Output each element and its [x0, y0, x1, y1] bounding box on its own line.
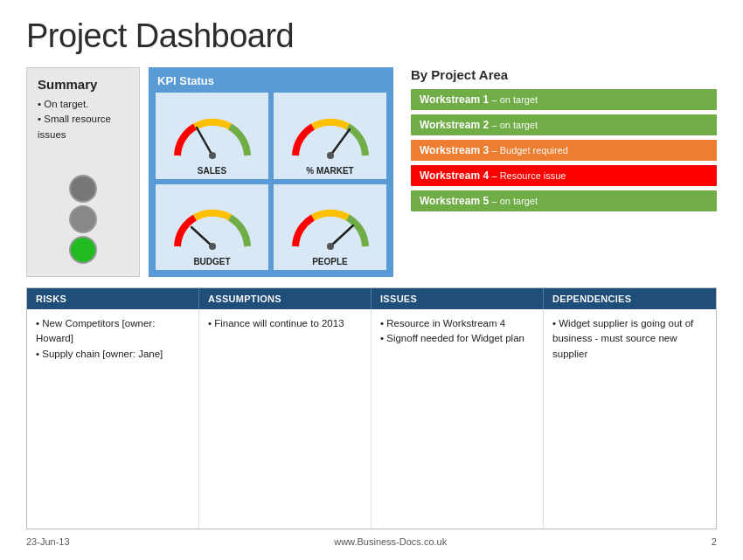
svg-point-7 — [327, 243, 334, 250]
summary-title: Summary — [38, 77, 128, 92]
workstream-1-name: Workstream 1 — [420, 93, 489, 106]
gauge-market-svg — [287, 112, 374, 164]
gauge-sales-label: SALES — [198, 166, 226, 176]
risk-2: Supply chain [owner: Jane] — [36, 347, 190, 362]
workstream-1: Workstream 1 – on target — [411, 89, 717, 110]
bottom-table: RISKS ASSUMPTIONS ISSUES DEPENDENCIES Ne… — [26, 287, 717, 529]
workstream-2-status: – on target — [492, 120, 538, 130]
workstream-4: Workstream 4 – Resource issue — [411, 165, 717, 186]
traffic-light — [38, 175, 128, 267]
gauge-budget-label: BUDGET — [193, 257, 230, 266]
header-assumptions: ASSUMPTIONS — [199, 288, 372, 309]
header-dependencies: DEPENDENCIES — [544, 288, 716, 309]
summary-bullet-2: Small resource issues — [38, 112, 128, 142]
svg-line-4 — [191, 227, 212, 246]
workstream-list: Workstream 1 – on target Workstream 2 – … — [411, 89, 717, 211]
gauge-market: % MARKET — [274, 93, 386, 179]
workstream-5: Workstream 5 – on target — [411, 190, 717, 211]
svg-line-2 — [330, 129, 350, 156]
header-issues: ISSUES — [372, 288, 544, 309]
summary-bullet-1: On target. — [38, 97, 128, 112]
traffic-light-red — [69, 175, 97, 203]
footer-date: 23-Jun-13 — [26, 536, 70, 547]
page-title: Project Dashboard — [26, 17, 717, 55]
project-area: By Project Area Workstream 1 – on target… — [402, 67, 717, 277]
traffic-light-green — [69, 236, 97, 264]
traffic-light-yellow — [69, 205, 97, 233]
kpi-box: KPI Status S — [149, 67, 393, 277]
project-area-title: By Project Area — [411, 67, 717, 82]
workstream-5-name: Workstream 5 — [420, 195, 489, 207]
table-header: RISKS ASSUMPTIONS ISSUES DEPENDENCIES — [27, 288, 716, 309]
header-risks: RISKS — [27, 288, 199, 309]
table-body: New Competitors [owner: Howard] Supply c… — [27, 309, 716, 529]
issue-1: Resource in Workstream 4 — [380, 316, 534, 331]
svg-point-3 — [327, 152, 334, 159]
workstream-3: Workstream 3 – Budget required — [411, 140, 717, 161]
workstream-2: Workstream 2 – on target — [411, 114, 717, 135]
risk-1: New Competitors [owner: Howard] — [36, 316, 190, 347]
workstream-3-name: Workstream 3 — [420, 144, 489, 156]
workstream-4-name: Workstream 4 — [420, 169, 489, 182]
workstream-3-status: – Budget required — [492, 145, 568, 156]
cell-assumptions: Finance will continue to 2013 — [199, 309, 372, 529]
workstream-2-name: Workstream 2 — [420, 119, 489, 131]
summary-bullets: On target. Small resource issues — [38, 97, 128, 142]
workstream-1-status: – on target — [492, 94, 538, 105]
footer: 23-Jun-13 www.Business-Docs.co.uk 2 — [26, 529, 717, 547]
footer-page-number: 2 — [712, 536, 717, 547]
workstream-5-status: – on target — [492, 196, 538, 206]
gauge-sales: SALES — [156, 93, 268, 179]
dependency-1: Widget supplier is going out of business… — [552, 316, 707, 362]
svg-point-5 — [209, 243, 216, 250]
gauge-people-svg — [287, 203, 374, 255]
summary-box: Summary On target. Small resource issues — [26, 67, 140, 277]
gauge-budget-svg — [169, 203, 256, 255]
svg-point-1 — [209, 152, 216, 159]
cell-issues: Resource in Workstream 4 Signoff needed … — [372, 309, 544, 529]
cell-dependencies: Widget supplier is going out of business… — [544, 309, 716, 529]
footer-website: www.Business-Docs.co.uk — [334, 536, 447, 547]
kpi-grid: SALES % MARKET — [156, 93, 386, 270]
issue-2: Signoff needed for Widget plan — [380, 331, 534, 346]
assumption-1: Finance will continue to 2013 — [208, 316, 362, 331]
kpi-title: KPI Status — [156, 74, 386, 87]
gauge-budget: BUDGET — [156, 184, 268, 271]
cell-risks: New Competitors [owner: Howard] Supply c… — [27, 309, 199, 529]
gauge-market-label: % MARKET — [306, 166, 353, 176]
svg-line-6 — [330, 225, 353, 246]
top-section: Summary On target. Small resource issues… — [26, 67, 717, 277]
gauge-people-label: PEOPLE — [312, 257, 348, 266]
workstream-4-status: – Resource issue — [492, 170, 566, 181]
dashboard-page: Project Dashboard Summary On target. Sma… — [0, 0, 743, 560]
gauge-sales-svg — [169, 112, 256, 164]
gauge-people: PEOPLE — [274, 184, 386, 271]
svg-line-0 — [197, 128, 212, 156]
